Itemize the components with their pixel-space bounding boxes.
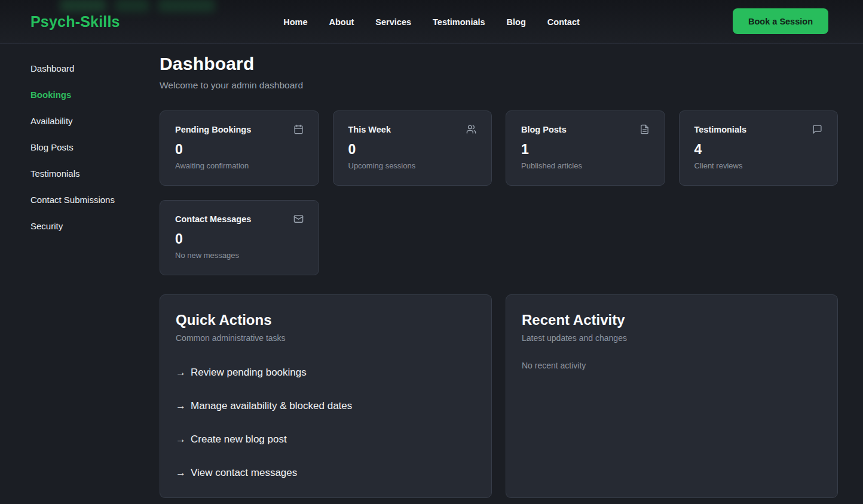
quick-actions-subtitle: Common administrative tasks — [176, 333, 476, 343]
quick-actions-list: → Review pending bookings → Manage avail… — [176, 356, 476, 490]
main-content: Dashboard Welcome to your admin dashboar… — [137, 44, 863, 504]
stat-caption: Upcoming sessions — [348, 161, 477, 170]
message-square-icon — [812, 124, 822, 134]
stat-card-this-week: This Week 0 Upcoming sessions — [333, 110, 492, 186]
action-create-blog-post[interactable]: → Create new blog post — [176, 423, 476, 456]
sidebar-item-dashboard[interactable]: Dashboard — [30, 55, 137, 81]
page-subtitle: Welcome to your admin dashboard — [160, 80, 838, 91]
nav-link-home[interactable]: Home — [283, 17, 307, 27]
stat-value: 0 — [175, 142, 304, 158]
sidebar-item-security[interactable]: Security — [30, 213, 137, 239]
recent-activity-subtitle: Latest updates and changes — [522, 333, 822, 343]
stat-value: 0 — [175, 231, 304, 247]
users-icon — [466, 124, 476, 134]
action-manage-availability[interactable]: → Manage availability & blocked dates — [176, 389, 476, 423]
stat-title: Contact Messages — [175, 214, 251, 224]
nav-link-about[interactable]: About — [329, 17, 354, 27]
recent-activity-panel: Recent Activity Latest updates and chang… — [506, 294, 838, 498]
stat-value: 4 — [694, 142, 823, 158]
action-label: View contact messages — [191, 467, 297, 479]
arrow-right-icon: → — [176, 400, 186, 412]
main-nav: Home About Services Testimonials Blog Co… — [283, 17, 580, 27]
stat-value: 0 — [348, 142, 477, 158]
action-label: Manage availability & blocked dates — [191, 400, 352, 412]
stat-value: 1 — [521, 142, 650, 158]
arrow-right-icon: → — [176, 467, 186, 479]
stat-card-blog-posts: Blog Posts 1 Published articles — [506, 110, 665, 186]
sidebar-item-contact-submissions[interactable]: Contact Submissions — [30, 186, 137, 213]
nav-link-contact[interactable]: Contact — [547, 17, 580, 27]
action-view-contact-messages[interactable]: → View contact messages — [176, 456, 476, 490]
arrow-right-icon: → — [176, 367, 186, 379]
action-label: Create new blog post — [191, 434, 287, 445]
file-text-icon — [639, 124, 650, 134]
nav-link-blog[interactable]: Blog — [507, 17, 526, 27]
stat-caption: Awaiting confirmation — [175, 161, 304, 170]
page-title: Dashboard — [160, 54, 838, 74]
stat-card-contact-messages: Contact Messages 0 No new messages — [160, 200, 319, 275]
top-navbar: Psych-Skills Home About Services Testimo… — [0, 0, 863, 44]
stat-card-testimonials: Testimonials 4 Client reviews — [679, 110, 838, 186]
quick-actions-panel: Quick Actions Common administrative task… — [160, 294, 492, 498]
stat-caption: Client reviews — [694, 161, 823, 170]
stat-caption: Published articles — [521, 161, 650, 170]
stat-title: Blog Posts — [521, 125, 567, 134]
admin-sidebar: Dashboard Bookings Availability Blog Pos… — [0, 44, 137, 504]
ghost-blur-decoration — [60, 0, 215, 12]
stat-title: Pending Bookings — [175, 125, 251, 134]
sidebar-item-availability[interactable]: Availability — [30, 107, 137, 134]
stat-title: Testimonials — [694, 125, 747, 134]
action-review-pending-bookings[interactable]: → Review pending bookings — [176, 356, 476, 389]
mail-icon — [293, 214, 304, 224]
recent-activity-title: Recent Activity — [522, 312, 822, 328]
action-label: Review pending bookings — [191, 367, 307, 379]
recent-activity-empty-message: No recent activity — [522, 361, 822, 370]
nav-link-testimonials[interactable]: Testimonials — [433, 17, 485, 27]
nav-link-services[interactable]: Services — [375, 17, 411, 27]
arrow-right-icon: → — [176, 434, 186, 445]
book-session-button[interactable]: Book a Session — [733, 8, 828, 34]
stats-grid: Pending Bookings 0 Awaiting confirmation… — [160, 110, 838, 275]
sidebar-item-testimonials[interactable]: Testimonials — [30, 160, 137, 186]
sidebar-item-blog-posts[interactable]: Blog Posts — [30, 134, 137, 160]
quick-actions-title: Quick Actions — [176, 312, 476, 328]
bottom-panels: Quick Actions Common administrative task… — [160, 294, 838, 498]
stat-card-pending-bookings: Pending Bookings 0 Awaiting confirmation — [160, 110, 319, 186]
calendar-icon — [293, 124, 304, 134]
stat-title: This Week — [348, 125, 391, 134]
site-logo[interactable]: Psych-Skills — [30, 13, 120, 30]
stat-caption: No new messages — [175, 251, 304, 260]
sidebar-item-bookings[interactable]: Bookings — [30, 81, 137, 107]
